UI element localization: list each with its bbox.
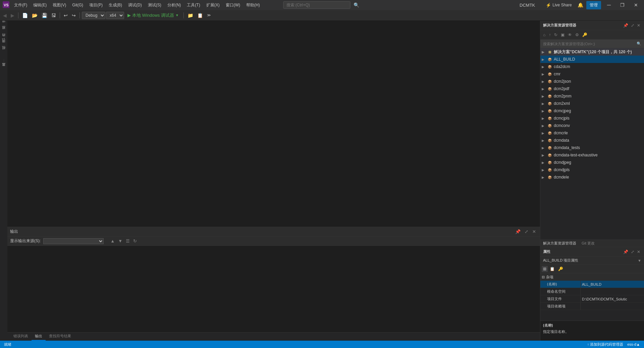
search-icon-btn[interactable]: 🔍 xyxy=(352,1,361,9)
open-file-button[interactable]: 📂 xyxy=(30,12,39,19)
new-project-button[interactable]: 📄 xyxy=(20,12,30,19)
tree-item-dcmdjpls[interactable]: ▶ 📦 dcmdjpls xyxy=(540,166,644,173)
props-context-dropdown-icon[interactable]: ▼ xyxy=(638,259,641,263)
menu-extensions[interactable]: 扩展(X) xyxy=(204,1,222,9)
status-ready[interactable]: 就绪 xyxy=(3,342,13,347)
props-category-view-button[interactable]: 📋 xyxy=(548,266,556,272)
live-share-button[interactable]: ⚡ Live Share xyxy=(543,1,574,9)
output-float-button[interactable]: ⤢ xyxy=(523,228,530,235)
output-scroll-down-button[interactable]: ▼ xyxy=(117,238,124,244)
tree-item-dcmcjpls[interactable]: ▶ 📦 dcmcjpls xyxy=(540,115,644,122)
tree-item-dcmdata-test-exhaustive[interactable]: ▶ 📦 dcmdata-test-exhaustive xyxy=(540,151,644,159)
tab-find-symbol[interactable]: 查找符号结果 xyxy=(46,332,74,341)
search-input[interactable] xyxy=(283,1,351,9)
redo-button[interactable]: ↪ xyxy=(70,12,77,19)
file-browser-button[interactable]: 📁 xyxy=(186,12,195,19)
output-clear-button[interactable]: ☰ xyxy=(124,238,131,244)
tree-item-dcmdata[interactable]: ▶ 📦 dcmdata xyxy=(540,137,644,144)
menu-view[interactable]: 视图(V) xyxy=(50,1,69,9)
props-row-name[interactable]: (名称) ALL_BUILD xyxy=(540,281,644,288)
manage-button[interactable]: 管理 xyxy=(586,1,601,9)
window-restore-button[interactable]: ❐ xyxy=(617,2,628,8)
sidebar-item-3[interactable]: 内存1 xyxy=(0,36,7,41)
save-all-button[interactable]: 🖫 xyxy=(50,12,58,19)
menu-git[interactable]: Git(G) xyxy=(69,1,86,9)
save-file-button[interactable]: 💾 xyxy=(40,12,49,19)
se-show-all-button[interactable]: 👁 xyxy=(567,32,573,38)
tab-output[interactable]: 输出 xyxy=(32,332,46,341)
properties-page-button[interactable]: 📋 xyxy=(196,12,205,19)
se-tab-git-changes[interactable]: Git 更改 xyxy=(582,240,595,247)
menu-edit[interactable]: 编辑(E) xyxy=(31,1,49,9)
menu-test[interactable]: 测试(S) xyxy=(145,1,164,9)
se-home-button[interactable]: ⌂ xyxy=(542,32,547,38)
undo-button[interactable]: ↩ xyxy=(62,12,69,19)
tab-error-list[interactable]: 错误列表 xyxy=(10,332,32,341)
tree-item-all-build[interactable]: ▶ 📦 ALL_BUILD xyxy=(540,56,644,63)
bell-icon-btn[interactable]: 🔔 xyxy=(576,1,585,9)
output-scroll-up-button[interactable]: ▲ xyxy=(109,238,116,244)
tree-item-cda2dcm[interactable]: ▶ 📦 cda2dcm xyxy=(540,63,644,70)
menu-file[interactable]: 文件(F) xyxy=(11,1,30,9)
run-debugger-button[interactable]: ▶ 本地 Windows 调试器 ▼ xyxy=(125,11,181,19)
tree-item-dcmcrle[interactable]: ▶ 📦 dcmcrle xyxy=(540,129,644,137)
editor-main[interactable] xyxy=(7,21,540,227)
props-close-button[interactable]: ✕ xyxy=(636,249,641,255)
menu-tools[interactable]: 工具(T) xyxy=(184,1,203,9)
se-close-button[interactable]: ✕ xyxy=(636,22,641,28)
menu-debug[interactable]: 调试(D) xyxy=(125,1,145,9)
status-git-button[interactable]: ↑ 添加到源代码管理器 xyxy=(586,342,625,347)
sidebar-item-5[interactable]: 线程 xyxy=(0,50,7,54)
more-toolbar-button[interactable]: ≫ xyxy=(205,12,213,18)
sidebar-item-2[interactable]: 观察 xyxy=(0,29,7,34)
output-source-select[interactable] xyxy=(43,238,104,244)
props-row-namespace[interactable]: 根命名空间 xyxy=(540,288,644,295)
tree-item-dcmdata-tests[interactable]: ▶ 📦 dcmdata_tests xyxy=(540,144,644,151)
menu-project[interactable]: 项目(P) xyxy=(87,1,105,9)
menu-help[interactable]: 帮助(H) xyxy=(244,1,263,9)
output-close-button[interactable]: ✕ xyxy=(531,228,537,235)
menu-build[interactable]: 生成(B) xyxy=(106,1,125,9)
tree-item-dcm2pdf[interactable]: ▶ 📦 dcm2pdf xyxy=(540,85,644,92)
props-section-misc[interactable]: ⊟ 杂项 xyxy=(540,273,644,281)
tree-item-dcm2xml[interactable]: ▶ 📦 dcm2xml xyxy=(540,100,644,107)
props-float-button[interactable]: ⤢ xyxy=(630,249,635,255)
tree-item-dcmcjpeg[interactable]: ▶ 📦 dcmcjpeg xyxy=(540,107,644,115)
tree-item-dcmconv[interactable]: ▶ 📦 dcmconv xyxy=(540,122,644,129)
forward-button[interactable]: ▶ xyxy=(9,12,16,19)
tree-item-dcm2pnm[interactable]: ▶ 📦 dcm2pnm xyxy=(540,92,644,100)
output-refresh-button[interactable]: ↻ xyxy=(132,238,138,244)
tree-item-cmr[interactable]: ▶ 📦 cmr xyxy=(540,70,644,78)
tree-item-dcm2json[interactable]: ▶ 📦 dcm2json xyxy=(540,78,644,85)
se-pin-button[interactable]: 📌 xyxy=(622,22,629,28)
se-collapse-button[interactable]: ▣ xyxy=(559,32,566,38)
se-search-input[interactable] xyxy=(543,42,637,46)
tree-item-dcmdele[interactable]: ▶ 📦 dcmdele xyxy=(540,173,644,181)
se-up-button[interactable]: ↑ xyxy=(547,32,552,38)
menu-window[interactable]: 窗口(W) xyxy=(223,1,243,9)
props-pin-button[interactable]: 📌 xyxy=(622,249,629,255)
back-button[interactable]: ◀ xyxy=(1,12,8,19)
output-pin-button[interactable]: 📌 xyxy=(514,228,522,235)
se-float-button[interactable]: ⤢ xyxy=(630,22,635,28)
sidebar-item-4[interactable]: 调用 xyxy=(0,43,7,48)
menu-analyze[interactable]: 分析(N) xyxy=(165,1,184,9)
se-key-button[interactable]: 🔑 xyxy=(581,32,589,38)
se-tab-solution-explorer[interactable]: 解决方案资源管理器 xyxy=(543,240,576,247)
tree-item-dcmdjpeg[interactable]: ▶ 📦 dcmdjpeg xyxy=(540,159,644,166)
window-close-button[interactable]: ✕ xyxy=(631,2,641,8)
output-content[interactable] xyxy=(7,246,540,332)
sidebar-item-6[interactable]: 工具箱 xyxy=(0,66,7,71)
props-sort-button[interactable]: 🔑 xyxy=(557,266,565,272)
props-grid-view-button[interactable]: ⊞ xyxy=(542,266,548,272)
tree-root-item[interactable]: ▶ ⊞ 解决方案"DCMTK"(120 个项目，共 120 个) xyxy=(540,48,644,56)
platform-select[interactable]: x64 xyxy=(106,12,124,19)
props-row-file[interactable]: 项目文件 D:\DCMTK\DCMTK_Solutic xyxy=(540,295,644,303)
se-filter-button[interactable]: ⚙ xyxy=(574,32,580,38)
window-minimize-button[interactable]: ─ xyxy=(604,2,614,8)
se-refresh-button[interactable]: ↻ xyxy=(553,32,559,38)
debug-config-select[interactable]: Debug xyxy=(82,12,105,19)
sidebar-item-1[interactable]: 状况 xyxy=(0,23,7,27)
props-row-deps[interactable]: 项目依赖项 xyxy=(540,303,644,310)
status-encoding[interactable]: ess-d▲ xyxy=(626,342,641,346)
